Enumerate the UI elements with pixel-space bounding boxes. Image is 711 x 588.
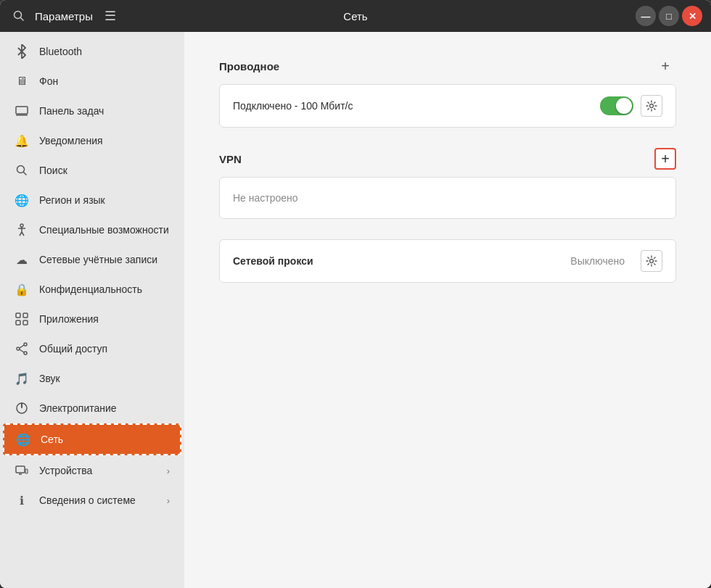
sidebar-item-search-label: Поиск — [39, 165, 170, 176]
vpn-section: VPN + Не настроено — [219, 148, 676, 219]
page-title: Сеть — [343, 10, 367, 22]
sidebar-item-network-label: Сеть — [41, 434, 168, 445]
wired-toggle[interactable] — [600, 96, 633, 115]
maximize-button[interactable]: □ — [659, 6, 679, 26]
apps-icon — [15, 312, 29, 326]
sidebar-item-power[interactable]: Электропитание — [3, 394, 181, 423]
sidebar-item-privacy[interactable]: 🔒 Конфиденциальность — [3, 275, 181, 304]
svg-rect-14 — [23, 320, 28, 325]
bell-icon: 🔔 — [15, 133, 29, 148]
svg-rect-3 — [16, 115, 28, 116]
globe2-icon: 🌐 — [16, 432, 30, 447]
sidebar-item-about-label: Сведения о системе — [39, 494, 157, 506]
svg-point-25 — [650, 104, 654, 108]
sidebar-item-sound-label: Звук — [39, 373, 170, 384]
titlebar: Параметры ☰ Сеть — □ ✕ — [0, 0, 711, 32]
lock-icon: 🔒 — [15, 282, 29, 297]
chevron-right-icon: › — [167, 465, 170, 476]
sidebar-item-background[interactable]: 🖥 Фон — [3, 67, 181, 96]
devices-icon — [15, 463, 29, 478]
svg-rect-13 — [16, 320, 20, 325]
wired-section-header: Проводное + — [219, 55, 676, 77]
proxy-card: Сетевой прокси Выключено — [219, 239, 676, 283]
wired-add-button[interactable]: + — [654, 55, 676, 77]
sidebar-item-privacy-label: Конфиденциальность — [39, 283, 170, 295]
sidebar-item-sharing-label: Общий доступ — [39, 343, 170, 355]
sidebar-item-about[interactable]: ℹ Сведения о системе › — [3, 486, 181, 515]
svg-line-10 — [22, 232, 24, 236]
sidebar-item-accessibility[interactable]: Специальные возможности — [3, 215, 181, 244]
sidebar-item-notifications[interactable]: 🔔 Уведомления — [3, 126, 181, 155]
wired-section: Проводное + Подключено - 100 Мбит/с — [219, 55, 676, 128]
svg-point-15 — [24, 343, 27, 346]
sidebar-item-devices[interactable]: Устройства › — [3, 456, 181, 485]
sidebar-item-taskbar[interactable]: Панель задач — [3, 96, 181, 125]
svg-rect-11 — [16, 313, 20, 318]
search-sidebar-icon — [15, 163, 29, 178]
svg-line-9 — [20, 232, 22, 236]
sidebar-item-accounts-label: Сетевые учётные записи — [39, 254, 170, 265]
sidebar-item-apps-label: Приложения — [39, 313, 170, 325]
content-area: Проводное + Подключено - 100 Мбит/с — [184, 32, 711, 588]
sidebar-item-sound[interactable]: 🎵 Звук — [3, 364, 181, 393]
globe-icon: 🌐 — [15, 193, 29, 207]
settings-window: Параметры ☰ Сеть — □ ✕ Bluetooth 🖥 — [0, 0, 711, 588]
monitor-icon: 🖥 — [15, 74, 29, 88]
sidebar-item-region-label: Регион и язык — [39, 194, 170, 206]
proxy-gear-button[interactable] — [641, 250, 662, 272]
main-container: Bluetooth 🖥 Фон Панель задач 🔔 — [0, 32, 711, 588]
sidebar-item-taskbar-label: Панель задач — [39, 105, 170, 117]
vpn-add-button[interactable]: + — [654, 148, 676, 170]
chevron-right-icon-2: › — [167, 495, 170, 506]
cloud-icon: ☁ — [15, 252, 29, 267]
sidebar-item-notifications-label: Уведомления — [39, 135, 170, 146]
close-button[interactable]: ✕ — [682, 6, 702, 26]
sidebar-item-search[interactable]: Поиск — [3, 156, 181, 185]
vpn-not-configured-label: Не настроено — [233, 192, 662, 204]
svg-rect-12 — [23, 313, 28, 318]
sidebar-item-power-label: Электропитание — [39, 402, 170, 414]
sidebar-item-bluetooth[interactable]: Bluetooth — [3, 37, 181, 66]
svg-line-5 — [24, 173, 27, 175]
accessibility-icon — [15, 223, 29, 237]
search-icon[interactable] — [9, 6, 29, 26]
sidebar-item-accounts[interactable]: ☁ Сетевые учётные записи — [3, 245, 181, 274]
svg-line-19 — [20, 349, 24, 352]
svg-point-6 — [20, 224, 23, 227]
sidebar-item-region[interactable]: 🌐 Регион и язык — [3, 186, 181, 215]
sidebar-item-sharing[interactable]: Общий доступ — [3, 334, 181, 363]
proxy-actions: Выключено — [570, 250, 662, 272]
sidebar-item-background-label: Фон — [39, 75, 170, 87]
toggle-knob — [616, 98, 632, 114]
proxy-status: Выключено — [570, 255, 625, 267]
vpn-not-configured-row: Не настроено — [220, 178, 675, 218]
taskbar-icon — [15, 104, 29, 118]
music-icon: 🎵 — [15, 371, 29, 386]
app-title: Параметры — [35, 10, 93, 22]
wired-gear-button[interactable] — [641, 95, 662, 117]
wired-connection-row: Подключено - 100 Мбит/с — [220, 85, 675, 127]
share-icon — [15, 341, 29, 356]
svg-rect-22 — [16, 466, 25, 473]
wired-section-title: Проводное — [219, 60, 279, 73]
svg-rect-2 — [16, 107, 28, 114]
minimize-button[interactable]: — — [636, 6, 656, 26]
power-icon — [15, 401, 29, 415]
proxy-section: Сетевой прокси Выключено — [219, 239, 676, 283]
sidebar-item-bluetooth-label: Bluetooth — [39, 46, 170, 57]
vpn-section-header: VPN + — [219, 148, 676, 170]
vpn-card: Не настроено — [219, 177, 676, 219]
sidebar-item-network[interactable]: 🌐 Сеть — [3, 423, 181, 455]
wired-card: Подключено - 100 Мбит/с — [219, 84, 676, 128]
svg-line-18 — [20, 345, 24, 348]
proxy-label: Сетевой прокси — [233, 255, 570, 267]
sidebar-item-apps[interactable]: Приложения — [3, 305, 181, 334]
sidebar: Bluetooth 🖥 Фон Панель задач 🔔 — [0, 32, 184, 588]
svg-point-26 — [650, 260, 654, 263]
sidebar-item-accessibility-label: Специальные возможности — [39, 224, 170, 236]
wired-connection-actions — [600, 95, 662, 117]
menu-icon[interactable]: ☰ — [100, 7, 120, 25]
info-icon: ℹ — [15, 493, 29, 508]
sidebar-item-devices-label: Устройства — [39, 465, 157, 476]
vpn-section-title: VPN — [219, 153, 242, 165]
